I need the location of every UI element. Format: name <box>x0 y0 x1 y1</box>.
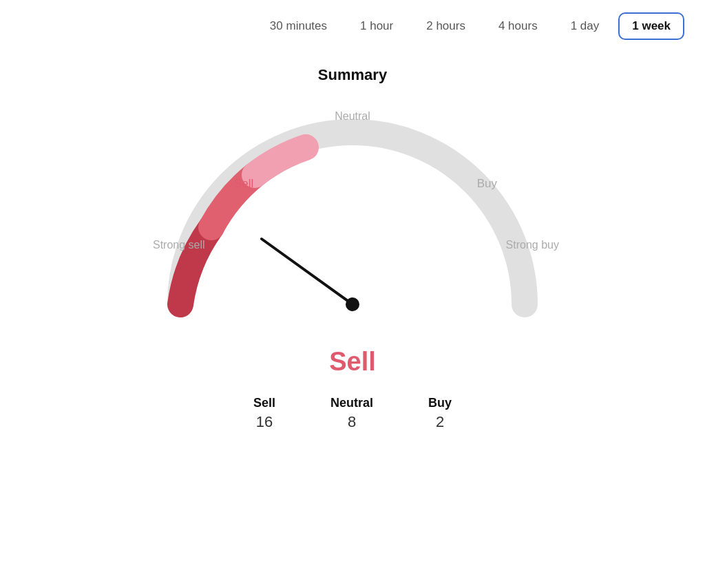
stat-neutral-value: 8 <box>348 413 356 431</box>
stat-sell: Sell 16 <box>253 396 275 431</box>
stat-buy: Buy 2 <box>428 396 452 431</box>
stats-row: Sell 16 Neutral 8 Buy 2 <box>253 396 452 431</box>
stat-buy-label: Buy <box>428 396 452 410</box>
time-filter-bar: 30 minutes 1 hour 2 hours 4 hours 1 day … <box>0 0 705 52</box>
big-signal: Sell <box>329 347 376 377</box>
stat-neutral-label: Neutral <box>330 396 373 410</box>
time-btn-1week[interactable]: 1 week <box>618 12 684 40</box>
stat-buy-value: 2 <box>436 413 444 431</box>
gauge-wrapper: Neutral Sell Buy Strong sell Strong buy <box>139 105 566 339</box>
time-btn-1hour[interactable]: 1 hour <box>346 12 407 40</box>
summary-title: Summary <box>318 66 387 84</box>
stat-sell-label: Sell <box>253 396 275 410</box>
svg-point-1 <box>346 297 359 311</box>
time-btn-2hours[interactable]: 2 hours <box>412 12 479 40</box>
time-btn-30min[interactable]: 30 minutes <box>256 12 341 40</box>
gauge-svg <box>139 105 566 339</box>
stat-neutral: Neutral 8 <box>330 396 373 431</box>
summary-section: Summary <box>0 66 705 431</box>
svg-line-0 <box>262 239 352 304</box>
stat-sell-value: 16 <box>256 413 273 431</box>
time-btn-4hours[interactable]: 4 hours <box>485 12 551 40</box>
time-btn-1day[interactable]: 1 day <box>557 12 613 40</box>
